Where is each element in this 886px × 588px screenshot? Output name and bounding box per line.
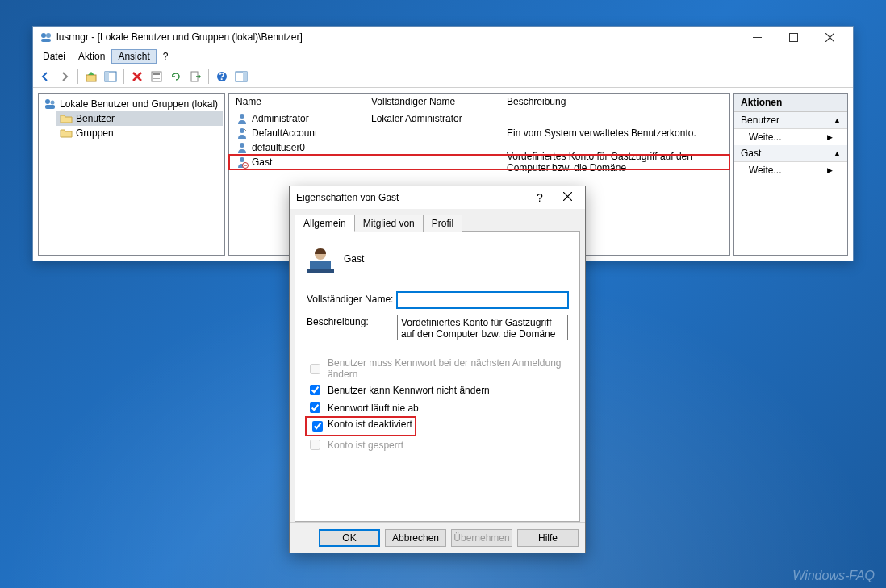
- input-fullname[interactable]: [397, 292, 568, 308]
- cell-name: DefaultAccount: [252, 127, 317, 139]
- check-mustchange: Benutzer muss Kennwort bei der nächsten …: [307, 357, 568, 380]
- folder-icon: [60, 127, 73, 140]
- tab-panel-general: Gast Vollständiger Name: Beschreibung: V…: [295, 231, 580, 522]
- label-description: Beschreibung:: [307, 315, 397, 327]
- svg-rect-27: [307, 269, 334, 273]
- svg-rect-19: [45, 105, 55, 109]
- delete-button[interactable]: [128, 68, 146, 85]
- user-icon: [236, 112, 249, 125]
- cell-desc: Vordefiniertes Konto für Gastzugriff auf…: [500, 151, 729, 173]
- check-disabled-highlighted[interactable]: Konto ist deaktiviert: [307, 418, 415, 435]
- tree-groups[interactable]: Gruppen: [56, 126, 223, 140]
- svg-rect-16: [243, 72, 247, 81]
- checkbox-mustchange: [310, 364, 320, 374]
- actions-more-2[interactable]: Weite...▶: [734, 162, 847, 178]
- svg-rect-11: [153, 78, 160, 79]
- menu-file[interactable]: Datei: [36, 49, 72, 64]
- col-name[interactable]: Name: [229, 94, 365, 111]
- svg-rect-2: [41, 39, 51, 42]
- window-title: lusrmgr - [Lokale Benutzer und Gruppen (…: [56, 31, 739, 43]
- list-row[interactable]: Administrator Lokaler Administrator: [229, 111, 729, 126]
- svg-point-17: [45, 99, 50, 104]
- dialog-titlebar: Eigenschaften von Gast ?: [290, 186, 585, 209]
- svg-rect-9: [153, 73, 160, 75]
- show-hide-tree-button[interactable]: [102, 68, 119, 85]
- collapse-icon: ▲: [834, 116, 841, 124]
- checkbox-cannotchange[interactable]: [310, 385, 320, 395]
- checkbox-disabled[interactable]: [312, 421, 323, 432]
- svg-rect-5: [86, 75, 96, 81]
- actions-more-1[interactable]: Weite...▶: [734, 129, 847, 145]
- svg-point-23: [240, 157, 244, 162]
- tab-general[interactable]: Allgemein: [295, 215, 355, 232]
- ok-button[interactable]: OK: [319, 529, 380, 547]
- watermark: Windows-FAQ: [792, 569, 875, 583]
- maximize-button[interactable]: [775, 28, 812, 46]
- help-button[interactable]: ?: [213, 68, 231, 85]
- tree-root[interactable]: Lokale Benutzer und Gruppen (lokal): [40, 97, 223, 111]
- svg-point-22: [240, 143, 244, 148]
- svg-point-1: [46, 33, 51, 38]
- apply-button: Übernehmen: [451, 529, 512, 547]
- check-neverexpires[interactable]: Kennwort läuft nie ab: [307, 400, 568, 415]
- checkbox-locked: [310, 440, 320, 450]
- tab-strip: Allgemein Mitglied von Profil: [295, 214, 580, 231]
- svg-point-20: [240, 114, 244, 119]
- back-button[interactable]: [36, 68, 54, 85]
- svg-point-0: [41, 33, 46, 38]
- svg-rect-10: [153, 77, 160, 77]
- forward-button[interactable]: [56, 68, 73, 85]
- cell-name: defaultuser0: [252, 142, 305, 153]
- tree-root-label: Lokale Benutzer und Gruppen (lokal): [60, 98, 218, 110]
- tab-memberof[interactable]: Mitglied von: [355, 215, 424, 232]
- check-cannotchange[interactable]: Benutzer kann Kennwort nicht ändern: [307, 382, 568, 398]
- collapse-icon: ▲: [834, 149, 841, 157]
- users-groups-icon: [44, 98, 56, 111]
- separator: [77, 69, 78, 84]
- svg-point-18: [51, 101, 55, 105]
- col-fullname[interactable]: Vollständiger Name: [365, 94, 500, 111]
- dialog-help-button[interactable]: ?: [530, 191, 550, 204]
- minimize-button[interactable]: [739, 28, 775, 46]
- svg-rect-4: [790, 33, 798, 41]
- cell-desc: Ein vom System verwaltetes Benutzerkonto…: [500, 127, 729, 139]
- tree-users[interactable]: Benutzer: [56, 111, 223, 126]
- app-icon: [40, 31, 52, 44]
- menu-view[interactable]: Ansicht: [111, 49, 156, 64]
- user-icon: [236, 127, 249, 140]
- submenu-icon: ▶: [827, 133, 833, 141]
- checkbox-neverexpires[interactable]: [310, 402, 320, 413]
- list-row[interactable]: DefaultAccount Ein vom System verwaltete…: [229, 126, 729, 140]
- check-locked: Konto ist gesperrt: [307, 437, 568, 452]
- up-button[interactable]: [82, 68, 100, 85]
- cell-name: Administrator: [252, 113, 309, 124]
- tree-pane: Lokale Benutzer und Gruppen (lokal) Benu…: [38, 93, 225, 256]
- actions-section-gast[interactable]: Gast▲: [734, 145, 847, 162]
- tab-profile[interactable]: Profil: [424, 215, 462, 232]
- export-button[interactable]: [186, 68, 204, 85]
- actions-section-users[interactable]: Benutzer▲: [734, 112, 847, 129]
- input-description[interactable]: Vordefiniertes Konto für Gastzugriff auf…: [397, 315, 568, 340]
- help-button[interactable]: Hilfe: [517, 529, 579, 547]
- label-fullname: Vollständiger Name:: [307, 292, 397, 305]
- submenu-icon: ▶: [827, 166, 833, 174]
- svg-rect-3: [753, 37, 762, 38]
- separator: [208, 69, 209, 84]
- menu-help[interactable]: ?: [157, 49, 175, 64]
- cancel-button[interactable]: Abbrechen: [385, 529, 446, 547]
- dialog-close-button[interactable]: [556, 192, 579, 203]
- close-button[interactable]: [812, 28, 848, 46]
- separator: [123, 69, 124, 84]
- list-row-gast[interactable]: Gast Vordefiniertes Konto für Gastzugrif…: [229, 155, 729, 169]
- properties-button[interactable]: [148, 68, 165, 85]
- svg-point-21: [240, 128, 244, 133]
- refresh-button[interactable]: [167, 68, 185, 85]
- menu-action[interactable]: Aktion: [72, 49, 111, 64]
- list-header: Name Vollständiger Name Beschreibung: [229, 94, 729, 111]
- show-hide-action-pane-button[interactable]: [232, 68, 250, 85]
- cell-fullname: Lokaler Administrator: [365, 113, 500, 124]
- cell-name: Gast: [252, 156, 272, 168]
- dialog-title: Eigenschaften von Gast: [296, 192, 524, 203]
- col-desc[interactable]: Beschreibung: [500, 94, 729, 111]
- properties-dialog: Eigenschaften von Gast ? Allgemein Mitgl…: [289, 186, 586, 553]
